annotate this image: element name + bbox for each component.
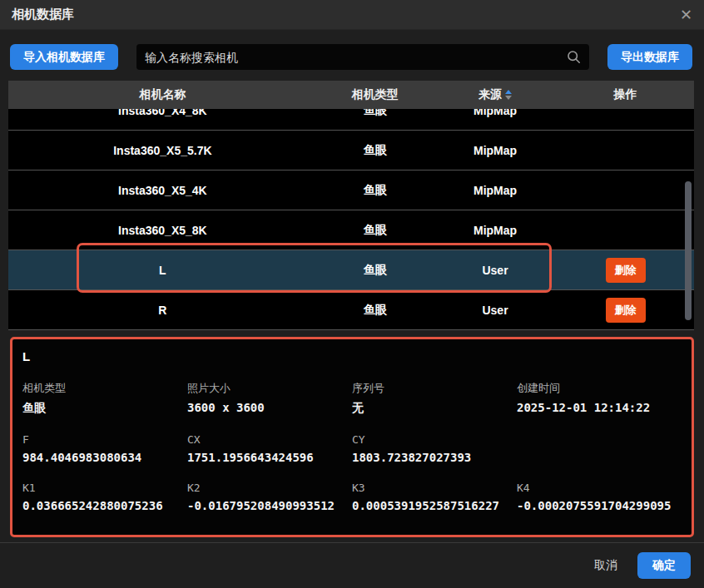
detail-field-value: 2025-12-01 12:14:22 (517, 401, 682, 414)
sort-ascending-icon (505, 90, 512, 94)
table-row[interactable]: R鱼眼User删除 (8, 290, 694, 330)
detail-row: F984.4046983080634CX1751.1956643424596CY… (22, 433, 682, 464)
camera-table: 相机名称 相机类型 来源 操作 Insta360_X4_8K鱼眼MipMapIn… (8, 81, 694, 330)
detail-field-value: 3600 x 3600 (187, 401, 352, 414)
camera-source-cell: MipMap (434, 144, 557, 157)
camera-detail-panel: L 相机类型鱼眼照片大小3600 x 3600序列号无创建时间2025-12-0… (10, 337, 694, 537)
detail-field: K30.0005391952587516227 (352, 482, 517, 512)
column-header-source-label: 来源 (478, 87, 502, 102)
detail-field-value: -0.016795208490993512 (187, 499, 352, 512)
table-header: 相机名称 相机类型 来源 操作 (8, 81, 694, 109)
export-database-button[interactable]: 导出数据库 (607, 44, 692, 70)
detail-field-label: CX (187, 433, 352, 446)
detail-field: 序列号无 (352, 381, 517, 416)
camera-name-cell: Insta360_X4_8K (8, 109, 317, 117)
camera-database-dialog: 相机数据库 ✕ 导入相机数据库 导出数据库 相机名称 相机类型 来源 (0, 0, 704, 588)
camera-type-cell: 鱼眼 (317, 303, 434, 318)
detail-field-label: K2 (187, 482, 352, 494)
detail-field-value: 0.036665242880075236 (22, 499, 187, 512)
camera-source-cell: User (434, 264, 557, 277)
search-icon[interactable] (567, 50, 581, 64)
sort-icon[interactable] (505, 90, 512, 100)
detail-field: K10.036665242880075236 (22, 482, 187, 512)
row-actions-cell: 删除 (557, 258, 694, 283)
cancel-button[interactable]: 取消 (594, 558, 617, 573)
camera-type-cell: 鱼眼 (317, 183, 434, 198)
detail-field-value: 0.0005391952587516227 (352, 499, 517, 512)
table-row[interactable]: Insta360_X5_5.7K鱼眼MipMap (8, 131, 694, 170)
column-header-type[interactable]: 相机类型 (317, 87, 434, 102)
table-row[interactable]: Insta360_X5_8K鱼眼MipMap (8, 210, 694, 250)
sort-descending-icon (505, 96, 512, 100)
detail-field-value: 984.4046983080634 (22, 451, 187, 464)
detail-field: 照片大小3600 x 3600 (187, 381, 352, 416)
camera-source-cell: MipMap (434, 224, 557, 237)
detail-field: 创建时间2025-12-01 12:14:22 (517, 381, 682, 416)
detail-field-label: 照片大小 (187, 381, 352, 396)
column-header-source[interactable]: 来源 (434, 87, 557, 102)
scrollbar-thumb[interactable] (685, 181, 692, 320)
camera-type-cell: 鱼眼 (317, 143, 434, 158)
camera-name-cell: Insta360_X5_5.7K (8, 144, 317, 157)
camera-source-cell: MipMap (434, 109, 557, 117)
close-icon[interactable]: ✕ (680, 7, 692, 22)
camera-type-cell: 鱼眼 (317, 109, 434, 118)
detail-field-label: K3 (352, 482, 517, 494)
toolbar: 导入相机数据库 导出数据库 (10, 44, 692, 70)
titlebar: 相机数据库 ✕ (0, 0, 704, 30)
detail-row: 相机类型鱼眼照片大小3600 x 3600序列号无创建时间2025-12-01 … (22, 381, 682, 416)
detail-field-label: CY (352, 433, 517, 446)
detail-field: K4-0.0002075591704299095 (517, 482, 682, 512)
detail-field: CX1751.1956643424596 (187, 433, 352, 464)
delete-button[interactable]: 删除 (606, 298, 646, 323)
detail-field: K2-0.016795208490993512 (187, 482, 352, 512)
confirm-button[interactable]: 确定 (637, 552, 691, 579)
detail-field: 相机类型鱼眼 (22, 381, 187, 416)
search-box[interactable] (136, 44, 589, 70)
camera-source-cell: MipMap (434, 184, 557, 197)
camera-source-cell: User (434, 304, 557, 317)
detail-field: F984.4046983080634 (22, 433, 187, 464)
camera-name-cell: L (8, 264, 317, 277)
detail-field-label: 创建时间 (517, 381, 682, 396)
detail-field-label: 序列号 (352, 381, 517, 396)
detail-field-value: 1803.723827027393 (352, 451, 517, 464)
camera-name-cell: Insta360_X5_4K (8, 184, 317, 197)
footer: 取消 确定 (0, 543, 704, 588)
column-header-action[interactable]: 操作 (557, 87, 694, 102)
camera-type-cell: 鱼眼 (317, 223, 434, 238)
detail-field: CY1803.723827027393 (352, 433, 517, 464)
search-input[interactable] (145, 51, 560, 64)
camera-name-cell: Insta360_X5_8K (8, 224, 317, 237)
detail-grid: 相机类型鱼眼照片大小3600 x 3600序列号无创建时间2025-12-01 … (22, 381, 682, 512)
detail-field-label: 相机类型 (22, 381, 187, 396)
table-row[interactable]: Insta360_X4_8K鱼眼MipMap (8, 109, 694, 131)
detail-field-label: K4 (517, 482, 682, 494)
column-header-name[interactable]: 相机名称 (8, 87, 317, 102)
detail-field-value: 无 (352, 401, 517, 416)
detail-row: K10.036665242880075236K2-0.0167952084909… (22, 482, 682, 512)
detail-title: L (22, 349, 682, 363)
camera-name-cell: R (8, 304, 317, 317)
detail-field-value: 鱼眼 (22, 401, 187, 416)
detail-field-label: F (22, 433, 187, 446)
delete-button[interactable]: 删除 (606, 258, 646, 283)
table-row[interactable]: L鱼眼User删除 (8, 250, 694, 290)
row-actions-cell: 删除 (557, 298, 694, 323)
table-body: Insta360_X4_8K鱼眼MipMapInsta360_X5_5.7K鱼眼… (8, 109, 694, 330)
import-database-button[interactable]: 导入相机数据库 (10, 44, 118, 70)
dialog-title: 相机数据库 (12, 7, 74, 22)
detail-field-value: -0.0002075591704299095 (517, 499, 682, 512)
table-row[interactable]: Insta360_X5_4K鱼眼MipMap (8, 170, 694, 210)
camera-type-cell: 鱼眼 (317, 263, 434, 278)
detail-field-label: K1 (22, 482, 187, 494)
detail-field-value: 1751.1956643424596 (187, 451, 352, 464)
